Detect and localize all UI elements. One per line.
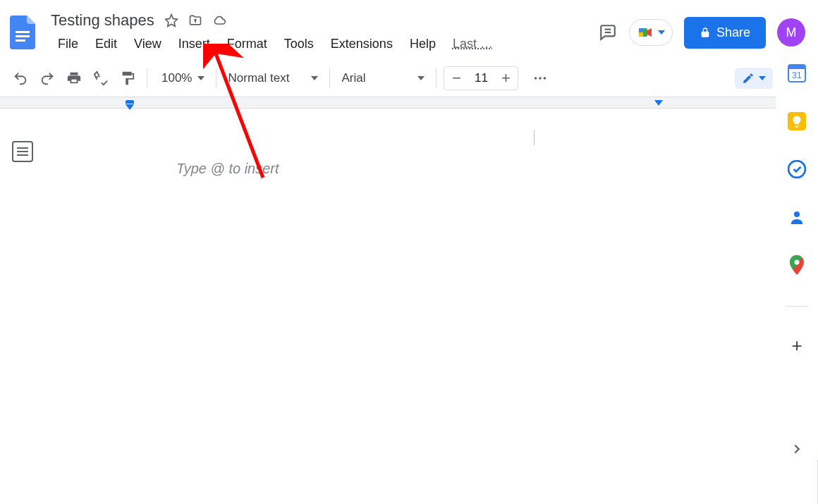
menu-bar: File Edit View Insert Format Tools Exten…: [51, 34, 500, 54]
avatar-initial: M: [786, 25, 797, 40]
text-caret: [534, 130, 535, 145]
chevron-down-icon: [311, 76, 318, 80]
chevron-down-icon: [197, 76, 204, 80]
svg-point-15: [788, 161, 805, 178]
menu-view[interactable]: View: [127, 34, 169, 54]
keep-app-icon[interactable]: [787, 111, 807, 131]
paint-format-button[interactable]: [116, 66, 140, 90]
font-value: Arial: [341, 71, 365, 85]
menu-format[interactable]: Format: [220, 34, 274, 54]
tasks-app-icon[interactable]: [787, 159, 807, 179]
svg-rect-12: [788, 65, 805, 69]
spellcheck-button[interactable]: [89, 66, 113, 90]
calendar-app-icon[interactable]: 31: [787, 63, 807, 83]
svg-rect-7: [639, 32, 643, 37]
insert-hint-placeholder: Type @ to insert: [176, 161, 279, 177]
right-indent-marker[interactable]: [654, 100, 663, 106]
side-panel: 31 +: [776, 63, 818, 460]
share-button[interactable]: Share: [684, 17, 766, 49]
document-title[interactable]: Testing shapes: [51, 11, 154, 30]
horizontal-ruler[interactable]: [0, 97, 818, 109]
svg-rect-2: [16, 39, 25, 42]
document-canvas[interactable]: Type @ to insert: [45, 109, 818, 504]
svg-point-9: [539, 77, 542, 80]
menu-help[interactable]: Help: [403, 34, 443, 54]
chevron-down-icon: [417, 76, 425, 80]
hide-side-panel-button[interactable]: [789, 441, 805, 460]
font-size-increase[interactable]: +: [494, 69, 518, 87]
zoom-dropdown[interactable]: 100%: [154, 68, 209, 88]
svg-point-17: [795, 260, 800, 265]
comments-icon[interactable]: [598, 23, 618, 42]
svg-point-16: [794, 211, 800, 217]
font-size-value[interactable]: 11: [468, 71, 494, 85]
menu-file[interactable]: File: [51, 34, 85, 54]
get-addons-button[interactable]: +: [791, 335, 802, 357]
contacts-app-icon[interactable]: [787, 207, 807, 227]
svg-rect-1: [16, 35, 30, 37]
meet-join-button[interactable]: [629, 19, 673, 46]
maps-app-icon[interactable]: [787, 255, 807, 275]
font-dropdown[interactable]: Arial: [337, 68, 429, 88]
zoom-value: 100%: [159, 71, 195, 85]
move-folder-icon[interactable]: [188, 13, 202, 27]
share-label: Share: [716, 25, 750, 40]
menu-insert[interactable]: Insert: [171, 34, 217, 54]
style-dropdown[interactable]: Normal text: [224, 68, 322, 88]
document-outline-button[interactable]: [12, 141, 33, 162]
undo-button[interactable]: [8, 66, 32, 90]
svg-point-10: [544, 77, 547, 80]
chevron-down-icon: [658, 30, 665, 35]
svg-point-8: [535, 77, 537, 80]
font-size-stepper: − 11 +: [444, 66, 518, 90]
formatting-toolbar: 100% Normal text Arial − 11 +: [0, 59, 818, 97]
svg-text:31: 31: [792, 70, 802, 80]
menu-edit[interactable]: Edit: [88, 34, 124, 54]
svg-rect-0: [16, 31, 30, 33]
account-avatar[interactable]: M: [777, 18, 805, 47]
star-icon[interactable]: [164, 13, 178, 27]
style-value: Normal text: [228, 71, 289, 85]
menu-last-edit[interactable]: Last …: [446, 34, 500, 54]
redo-button[interactable]: [35, 66, 59, 90]
svg-rect-6: [639, 28, 643, 32]
chevron-down-icon: [759, 76, 766, 80]
more-tools-button[interactable]: [528, 66, 552, 90]
docs-app-icon[interactable]: [8, 14, 37, 51]
menu-tools[interactable]: Tools: [277, 34, 321, 54]
menu-extensions[interactable]: Extensions: [324, 34, 400, 54]
editing-mode-button[interactable]: [735, 68, 773, 89]
print-button[interactable]: [62, 66, 86, 90]
font-size-decrease[interactable]: −: [444, 69, 468, 87]
cloud-saved-icon[interactable]: [212, 13, 226, 27]
side-panel-divider: [786, 306, 808, 307]
